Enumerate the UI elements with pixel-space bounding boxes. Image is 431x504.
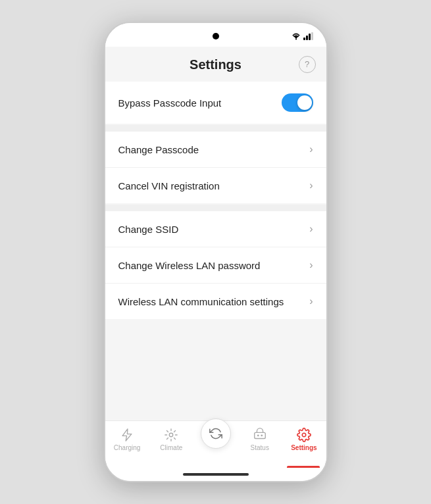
status-icon	[253, 428, 267, 442]
section-divider-1	[105, 125, 326, 132]
status-right	[287, 32, 313, 40]
bypass-passcode-toggle[interactable]	[282, 93, 313, 112]
tab-active-indicator	[287, 466, 320, 468]
change-passcode-chevron-icon: ›	[309, 143, 313, 155]
help-button[interactable]: ?	[299, 56, 316, 73]
change-ssid-label: Change SSID	[118, 224, 305, 235]
tab-charging[interactable]: Charging	[105, 426, 149, 451]
status-bar	[105, 23, 326, 47]
lan-communication-label: Wireless LAN communication settings	[118, 296, 305, 307]
climate-icon	[164, 428, 178, 442]
change-ssid-item[interactable]: Change SSID ›	[105, 211, 326, 247]
svg-point-3	[257, 435, 259, 437]
page-header: Settings ?	[105, 47, 326, 82]
svg-point-4	[261, 435, 263, 437]
camera-dot	[213, 33, 219, 39]
change-ssid-chevron-icon: ›	[309, 223, 313, 235]
section-divider-2	[105, 205, 326, 211]
tab-status[interactable]: Status	[238, 426, 282, 451]
cancel-vin-label: Cancel VIN registration	[118, 180, 305, 191]
settings-section-2: Change Passcode › Cancel VIN registratio…	[105, 132, 326, 203]
lan-communication-chevron-icon: ›	[309, 295, 313, 307]
lan-communication-item[interactable]: Wireless LAN communication settings ›	[105, 284, 326, 319]
status-tab-label: Status	[251, 444, 269, 451]
svg-point-1	[170, 433, 174, 437]
page-title: Settings	[190, 57, 241, 72]
svg-point-5	[302, 433, 306, 437]
svg-point-0	[295, 39, 297, 40]
refresh-icon	[209, 427, 222, 440]
settings-tab-label: Settings	[291, 444, 317, 451]
charging-tab-label: Charging	[114, 444, 141, 451]
change-passcode-label: Change Passcode	[118, 144, 305, 155]
bypass-passcode-toggle-container[interactable]	[282, 93, 313, 112]
settings-list: Bypass Passcode Input Change Pas	[105, 82, 326, 420]
change-passcode-item[interactable]: Change Passcode ›	[105, 132, 326, 168]
change-lan-password-chevron-icon: ›	[309, 259, 313, 271]
home-indicator	[105, 468, 326, 481]
change-lan-password-item[interactable]: Change Wireless LAN password ›	[105, 247, 326, 284]
wifi-icon	[292, 32, 301, 40]
refresh-circle	[201, 418, 231, 449]
tab-climate[interactable]: Climate	[149, 426, 193, 451]
home-bar	[183, 473, 249, 476]
svg-rect-2	[254, 432, 265, 438]
climate-tab-label: Climate	[160, 444, 182, 451]
bypass-passcode-item[interactable]: Bypass Passcode Input	[105, 82, 326, 124]
settings-section-3: Change SSID › Change Wireless LAN passwo…	[105, 211, 326, 319]
settings-section-1: Bypass Passcode Input	[105, 82, 326, 124]
cancel-vin-item[interactable]: Cancel VIN registration ›	[105, 168, 326, 203]
toggle-track	[282, 93, 313, 112]
status-center	[213, 33, 219, 39]
toggle-thumb	[297, 95, 312, 110]
change-lan-password-label: Change Wireless LAN password	[118, 260, 305, 271]
bypass-passcode-label: Bypass Passcode Input	[118, 97, 282, 109]
phone-frame: Settings ? Bypass Passcode Input	[104, 22, 328, 482]
tab-settings[interactable]: Settings	[282, 426, 326, 451]
cancel-vin-chevron-icon: ›	[309, 180, 313, 191]
page-content: Settings ? Bypass Passcode Input	[105, 47, 326, 468]
signal-bars-icon	[303, 32, 313, 40]
tab-bar: Charging Climate	[105, 420, 326, 468]
charging-icon	[120, 428, 134, 442]
settings-icon	[297, 428, 311, 442]
tab-refresh[interactable]	[193, 426, 238, 449]
